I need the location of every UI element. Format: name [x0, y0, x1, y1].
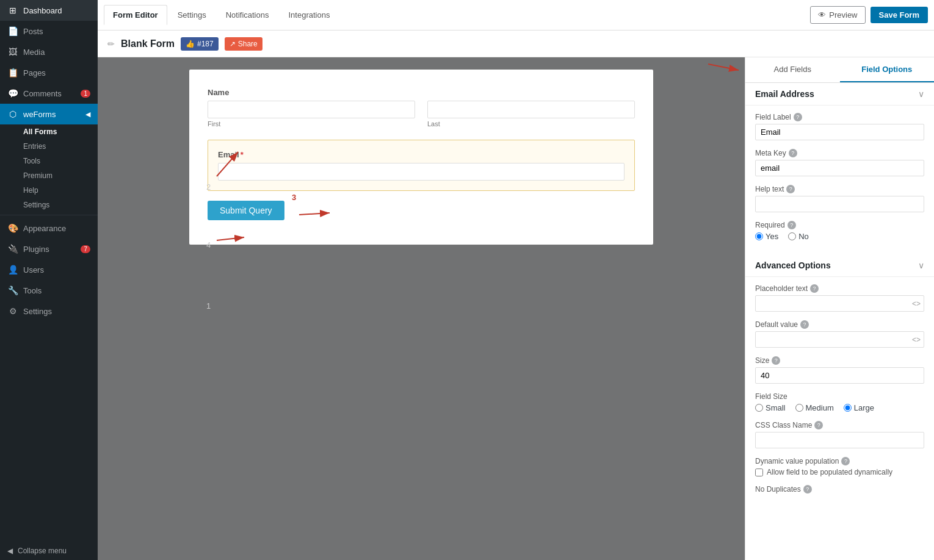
- collapse-icon: ◀: [7, 547, 13, 555]
- sidebar-item-tools[interactable]: 🔧 Tools: [0, 280, 98, 301]
- size-medium-radio[interactable]: [795, 404, 803, 412]
- size-small-label: Small: [766, 403, 786, 412]
- annotation-3-canvas: 3: [292, 193, 296, 202]
- size-medium-option[interactable]: Medium: [795, 403, 834, 412]
- posts-icon: 📄: [7, 26, 18, 37]
- pencil-icon: ✏: [107, 39, 115, 49]
- name-first-input[interactable]: [208, 101, 415, 118]
- sidebar-sub-help[interactable]: Help: [0, 183, 98, 198]
- tab-field-options[interactable]: Field Options: [840, 57, 935, 82]
- placeholder-help-icon[interactable]: ?: [810, 284, 819, 293]
- sidebar-sub-entries[interactable]: Entries: [0, 139, 98, 154]
- default-value-input[interactable]: [755, 331, 924, 348]
- first-sub-label: First: [208, 120, 415, 127]
- default-value-code-icon[interactable]: <>: [912, 336, 921, 344]
- size-small-option[interactable]: Small: [755, 403, 786, 412]
- sidebar-item-plugins[interactable]: 🔌 Plugins 7: [0, 239, 98, 259]
- meta-key-label: Meta Key ?: [755, 149, 924, 157]
- dynamic-population-checkbox[interactable]: [755, 468, 763, 476]
- settings-icon: ⚙: [7, 306, 18, 317]
- css-class-input[interactable]: [755, 432, 924, 448]
- sidebar-item-posts[interactable]: 📄 Posts: [0, 21, 98, 41]
- no-duplicates-help-icon[interactable]: ?: [803, 485, 812, 494]
- sidebar-item-dashboard[interactable]: ⊞ Dashboard: [0, 0, 98, 21]
- field-size-radio-group: Small Medium Large: [755, 403, 924, 412]
- email-address-title: Email Address: [755, 89, 814, 99]
- size-large-radio[interactable]: [844, 404, 852, 412]
- required-no-option[interactable]: No: [788, 232, 809, 241]
- field-size-row: Field Size Small Medium Large: [745, 392, 934, 412]
- likes-button[interactable]: 👍 #187: [181, 37, 219, 51]
- placeholder-input[interactable]: [755, 295, 924, 312]
- likes-label: #187: [197, 40, 214, 48]
- sidebar-item-appearance[interactable]: 🎨 Appearance: [0, 218, 98, 239]
- meta-key-input[interactable]: [755, 160, 924, 176]
- dynamic-population-row: Dynamic value population ? Allow field t…: [745, 457, 934, 476]
- appearance-icon: 🎨: [7, 223, 18, 234]
- preview-button[interactable]: 👁 Preview: [810, 6, 865, 24]
- help-text-input[interactable]: [755, 196, 924, 212]
- sidebar-sub-premium[interactable]: Premium: [0, 168, 98, 183]
- sidebar-item-pages[interactable]: 📋 Pages: [0, 62, 98, 83]
- share-button[interactable]: ↗ Share: [225, 37, 262, 51]
- tab-settings[interactable]: Settings: [168, 5, 215, 25]
- placeholder-code-icon[interactable]: <>: [912, 300, 921, 308]
- sidebar-item-media[interactable]: 🖼 Media: [0, 41, 98, 62]
- size-large-option[interactable]: Large: [844, 403, 874, 412]
- sidebar-sub-tools[interactable]: Tools: [0, 154, 98, 168]
- help-text-row: Help text ?: [745, 185, 934, 212]
- required-yes-radio[interactable]: [755, 232, 763, 240]
- tab-notifications[interactable]: Notifications: [217, 5, 278, 25]
- dynamic-population-checkbox-row: Allow field to be populated dynamically: [755, 468, 924, 476]
- tab-add-fields[interactable]: Add Fields: [745, 57, 840, 82]
- sidebar-label-posts: Posts: [23, 27, 43, 36]
- size-input[interactable]: [755, 367, 924, 384]
- section-collapse-icon[interactable]: ∨: [918, 89, 924, 99]
- required-help-icon[interactable]: ?: [787, 221, 796, 229]
- sidebar-item-settings[interactable]: ⚙ Settings: [0, 301, 98, 321]
- advanced-options-title: Advanced Options: [755, 260, 831, 270]
- save-form-button[interactable]: Save Form: [871, 7, 928, 23]
- email-input[interactable]: [218, 163, 624, 181]
- advanced-options-header: Advanced Options ∨: [745, 254, 934, 277]
- collapse-menu-button[interactable]: ◀ Collapse menu: [0, 542, 98, 560]
- thumbs-icon: 👍: [186, 40, 195, 48]
- pages-icon: 📋: [7, 67, 18, 78]
- sidebar-sub-settings[interactable]: Settings: [0, 198, 98, 212]
- sidebar-sub-allforms[interactable]: All Forms: [0, 124, 98, 139]
- required-no-radio[interactable]: [788, 232, 796, 240]
- tab-form-editor[interactable]: Form Editor: [104, 5, 167, 25]
- name-last-col: Last: [427, 101, 635, 127]
- collapse-label: Collapse menu: [18, 547, 67, 555]
- sidebar-item-weforms[interactable]: ⬡ weForms ◀: [0, 104, 98, 124]
- email-label: Email*: [218, 150, 624, 159]
- sidebar-item-users[interactable]: 👤 Users: [0, 259, 98, 280]
- share-label: Share: [238, 40, 258, 48]
- field-label-label: Field Label ?: [755, 113, 924, 121]
- placeholder-label: Placeholder text ?: [755, 284, 924, 293]
- tab-integrations[interactable]: Integrations: [279, 5, 339, 25]
- required-label: Required ?: [755, 221, 924, 229]
- weforms-icon: ⬡: [7, 109, 18, 120]
- css-class-help-icon[interactable]: ?: [814, 421, 823, 429]
- form-wrapper: Name First Last E: [189, 70, 653, 245]
- submit-button[interactable]: Submit Query: [208, 201, 284, 220]
- dynamic-population-help-icon[interactable]: ?: [841, 457, 850, 465]
- tools-icon: 🔧: [7, 285, 18, 296]
- sidebar-label-appearance: Appearance: [23, 224, 66, 233]
- default-value-help-icon[interactable]: ?: [800, 320, 809, 329]
- help-text-label: Help text ?: [755, 185, 924, 193]
- sidebar-item-comments[interactable]: 💬 Comments 1: [0, 83, 98, 104]
- eye-icon: 👁: [818, 10, 826, 20]
- help-text-help-icon[interactable]: ?: [786, 185, 795, 193]
- meta-key-help-icon[interactable]: ?: [789, 149, 797, 157]
- required-yes-option[interactable]: Yes: [755, 232, 778, 241]
- size-help-icon[interactable]: ?: [772, 356, 780, 365]
- size-large-label: Large: [854, 403, 874, 412]
- name-last-input[interactable]: [427, 101, 635, 118]
- advanced-toggle-icon[interactable]: ∨: [918, 260, 924, 270]
- field-label-help-icon[interactable]: ?: [794, 113, 802, 121]
- size-small-radio[interactable]: [755, 404, 763, 412]
- field-label-input[interactable]: [755, 124, 924, 140]
- media-icon: 🖼: [7, 46, 18, 57]
